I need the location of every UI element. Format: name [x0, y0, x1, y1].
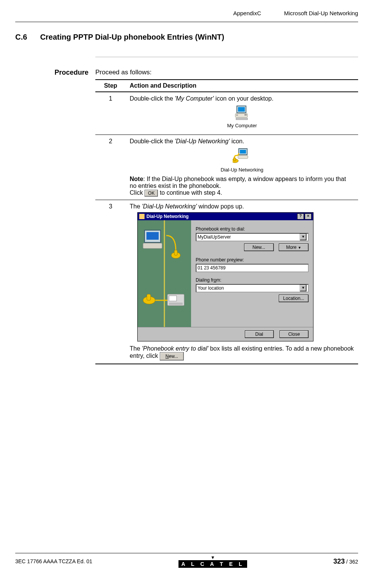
text: The: [130, 345, 142, 352]
svg-rect-13: [146, 232, 159, 240]
svg-rect-8: [238, 155, 248, 159]
text: window pops up.: [197, 203, 244, 210]
text: Double-click the: [130, 95, 175, 102]
window-title: Dial-Up Networking: [146, 214, 189, 219]
svg-rect-14: [143, 243, 162, 248]
text: Click: [130, 189, 145, 196]
alcatel-logo: ▼ A L C A T E L: [178, 555, 248, 568]
svg-rect-4: [244, 114, 247, 115]
phone-preview-label: Phone number preview:: [196, 257, 309, 263]
note-label: Note: [130, 176, 143, 182]
close-button[interactable]: ×: [305, 213, 312, 219]
svg-rect-19: [147, 294, 151, 300]
procedure-table: Step Action and Description 1 Double-cli…: [95, 79, 358, 364]
text-italic: 'Dial-Up Networking': [142, 203, 197, 210]
more-button[interactable]: More ▼: [279, 244, 309, 251]
step-number: 1: [95, 92, 126, 135]
procedure-label: Procedure: [15, 69, 95, 364]
note-text: : If the Dial-Up phonebook was empty, a …: [130, 176, 346, 189]
text: icon.: [230, 138, 244, 144]
text: to continue with step 4.: [158, 189, 222, 196]
table-row: 1 Double-click the 'My Computer' icon on…: [95, 92, 358, 135]
phonebook-entry-value: MyDialUpServer: [198, 234, 300, 240]
svg-rect-21: [169, 296, 177, 301]
text-italic: 'Dial-Up Networking': [175, 138, 230, 144]
header-appendix: AppendixC: [233, 10, 261, 16]
window-button-bar: Dial Close: [138, 327, 313, 341]
header-doc-title: Microsoft Dial-Up Networking: [284, 10, 358, 16]
phonebook-entry-label: Phonebook entry to dial:: [196, 226, 309, 232]
dialing-from-value: Your location: [198, 285, 300, 291]
table-row: 2 Double-click the 'Dial-Up Networking' …: [95, 135, 358, 200]
page-footer: 3EC 17766 AAAA TCZZA Ed. 01 ▼ A L C A T …: [15, 553, 358, 568]
col-action: Action and Description: [126, 80, 358, 92]
svg-rect-16: [174, 250, 177, 255]
step-action: Double-click the 'My Computer' icon on y…: [126, 92, 358, 135]
window-sidebar-image: [138, 220, 191, 327]
svg-rect-22: [169, 303, 183, 305]
dial-button[interactable]: Dial: [245, 330, 274, 338]
procedure-intro: Proceed as follows:: [95, 69, 358, 76]
text: The: [130, 203, 142, 210]
icon-caption: Dial-Up Networking: [130, 167, 354, 173]
col-step: Step: [95, 80, 126, 92]
step-action: Double-click the 'Dial-Up Networking' ic…: [126, 135, 358, 200]
step-number: 2: [95, 135, 126, 200]
step-action: The 'Dial-Up Networking' window pops up.…: [126, 200, 358, 364]
dialing-from-label: Dialing from:: [196, 277, 309, 283]
svg-rect-3: [236, 115, 238, 115]
svg-rect-7: [240, 150, 246, 154]
table-row: 3 The 'Dial-Up Networking' window pops u…: [95, 200, 358, 364]
dialing-from-combo[interactable]: Your location ▼: [196, 284, 309, 292]
phonebook-entry-combo[interactable]: MyDialUpServer ▼: [196, 233, 309, 241]
icon-caption: My Computer: [130, 123, 354, 128]
section-number: C.6: [15, 33, 27, 42]
dial-up-networking-window: Dial-Up Networking ? ×: [137, 212, 313, 341]
chevron-down-icon[interactable]: ▼: [300, 285, 307, 292]
new-button-inline[interactable]: New...: [160, 352, 184, 360]
text-italic: 'Phonebook entry to dial': [142, 345, 208, 352]
window-titlebar: Dial-Up Networking ? ×: [138, 213, 313, 220]
footer-doc-id: 3EC 17766 AAAA TCZZA Ed. 01: [15, 558, 92, 564]
svg-rect-1: [238, 107, 245, 112]
dial-up-networking-icon: [233, 159, 252, 166]
text-italic: 'My Computer': [175, 95, 214, 102]
ok-button[interactable]: OK: [145, 190, 158, 197]
help-button[interactable]: ?: [297, 213, 304, 219]
close-dialog-button[interactable]: Close: [280, 330, 309, 338]
page-number: 323 / 362: [333, 558, 358, 566]
step-number: 3: [95, 200, 126, 364]
text: Double-click the: [130, 138, 175, 144]
text: icon on your desktop.: [214, 95, 273, 102]
svg-rect-10: [233, 158, 236, 161]
chevron-down-icon[interactable]: ▼: [300, 234, 307, 240]
phone-preview-field[interactable]: 01 23 456789: [196, 264, 309, 272]
table-header-row: Step Action and Description: [95, 80, 358, 92]
window-icon: [139, 214, 145, 219]
divider: [95, 57, 358, 57]
svg-rect-5: [236, 118, 248, 120]
my-computer-icon: [234, 115, 251, 122]
section-title: Creating PPTP Dial-Up phonebook Entries …: [40, 33, 224, 42]
new-button[interactable]: New...: [244, 244, 274, 251]
phone-preview-value: 01 23 456789: [198, 265, 225, 271]
location-button[interactable]: Location...: [279, 295, 309, 302]
